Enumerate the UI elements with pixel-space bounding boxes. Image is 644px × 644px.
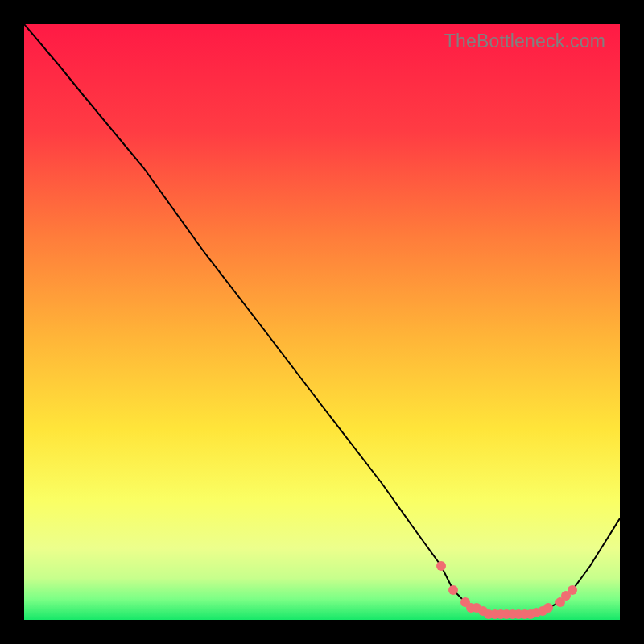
gradient-background (24, 24, 620, 620)
chart-frame: TheBottleneck.com (24, 24, 620, 620)
svg-point-16 (543, 603, 553, 613)
svg-point-19 (568, 585, 577, 595)
svg-point-0 (436, 561, 446, 571)
watermark-text: TheBottleneck.com (444, 31, 605, 52)
svg-point-1 (448, 585, 458, 595)
bottleneck-chart (24, 24, 620, 620)
